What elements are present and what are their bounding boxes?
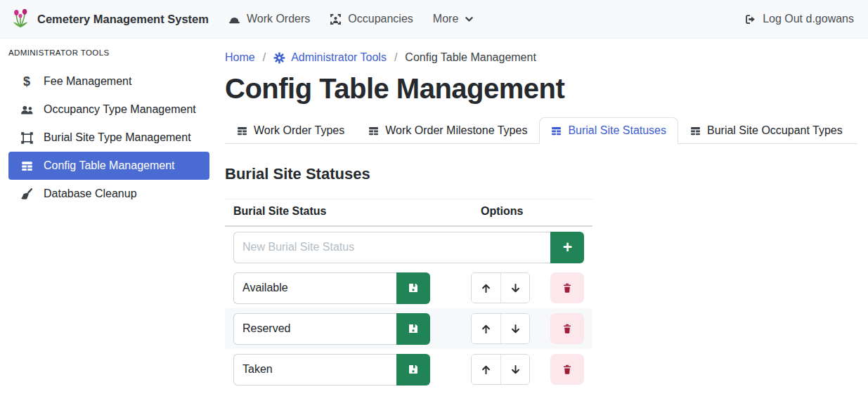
table-icon	[368, 126, 379, 136]
delete-status-button[interactable]	[550, 272, 584, 303]
tab-label: Work Order Milestone Types	[385, 124, 527, 137]
breadcrumb-separator: /	[263, 51, 266, 64]
column-header-options: Options	[439, 199, 592, 227]
config-tabs: Work Order Types Work Order Milestone Ty…	[225, 117, 857, 144]
save-icon	[408, 323, 419, 334]
nav-more-label: More	[433, 13, 458, 25]
move-up-button[interactable]	[472, 314, 500, 343]
tab-burial-site-occupant-types[interactable]: Burial Site Occupant Types	[678, 117, 855, 144]
nav-occupancies-label: Occupancies	[348, 13, 413, 25]
table-icon	[690, 126, 701, 136]
status-name-input[interactable]	[233, 272, 396, 304]
arrow-up-icon	[480, 282, 492, 294]
app-title: Cemetery Management System	[37, 13, 209, 26]
sidebar-item-burial-site-type-management[interactable]: Burial Site Type Management	[8, 124, 209, 152]
status-row-reserved	[225, 308, 592, 349]
gear-icon	[273, 52, 285, 64]
page-title: Config Table Management	[225, 73, 857, 105]
tulip-logo-icon	[10, 8, 31, 29]
reorder-button-group	[471, 354, 530, 385]
trash-icon	[562, 364, 573, 375]
new-status-row: +	[225, 226, 592, 268]
table-icon	[19, 160, 34, 172]
save-icon	[408, 364, 419, 375]
reorder-button-group	[471, 313, 530, 344]
save-icon	[408, 282, 419, 294]
tab-work-order-milestone-types[interactable]: Work Order Milestone Types	[356, 117, 539, 144]
primary-nav: Work Orders Occupancies More	[219, 7, 484, 31]
breadcrumb-current: Config Table Management	[405, 51, 536, 64]
status-row-taken	[225, 349, 592, 390]
sidebar-heading: Administrator Tools	[8, 48, 209, 57]
breadcrumb-admin-tools-link[interactable]: Administrator Tools	[273, 51, 387, 64]
move-down-button[interactable]	[500, 355, 529, 384]
table-icon	[237, 126, 247, 136]
breadcrumb-home-link[interactable]: Home	[225, 51, 255, 64]
logout-icon	[744, 13, 756, 25]
sidebar: Administrator Tools $ Fee Management Occ…	[0, 39, 218, 415]
sidebar-item-fee-management[interactable]: $ Fee Management	[8, 67, 209, 95]
nav-occupancies[interactable]: Occupancies	[320, 7, 423, 31]
occupancy-icon	[330, 13, 342, 25]
sidebar-item-label: Config Table Management	[44, 159, 175, 172]
chevron-down-icon	[465, 15, 474, 24]
column-header-burial-site-status: Burial Site Status	[225, 199, 439, 227]
status-name-input[interactable]	[233, 313, 396, 345]
tab-burial-site-statuses[interactable]: Burial Site Statuses	[539, 117, 678, 144]
sidebar-item-label: Burial Site Type Management	[44, 131, 191, 144]
table-icon	[551, 126, 562, 136]
logout-label: Log Out d.gowans	[763, 13, 854, 25]
tab-work-order-types[interactable]: Work Order Types	[225, 117, 356, 144]
move-down-button[interactable]	[500, 314, 529, 343]
breadcrumb: Home / Administrator Tools / Config Tabl…	[225, 51, 857, 64]
sidebar-item-label: Fee Management	[44, 75, 131, 88]
hard-hat-icon	[228, 13, 240, 25]
sidebar-item-config-table-management[interactable]: Config Table Management	[8, 152, 209, 180]
new-status-input[interactable]	[233, 232, 550, 263]
move-down-button[interactable]	[500, 273, 529, 303]
logout-button[interactable]: Log Out d.gowans	[744, 13, 854, 25]
arrow-up-icon	[480, 323, 492, 335]
delete-status-button[interactable]	[550, 354, 584, 385]
delete-status-button[interactable]	[550, 313, 584, 344]
status-row-available	[225, 268, 592, 308]
status-name-input[interactable]	[233, 354, 396, 386]
dollar-icon: $	[19, 75, 34, 88]
trash-icon	[562, 282, 573, 294]
save-status-button[interactable]	[396, 313, 430, 345]
breadcrumb-home-label: Home	[225, 51, 255, 64]
tab-label: Work Order Types	[254, 124, 344, 137]
arrow-down-icon	[510, 282, 522, 294]
breadcrumb-separator: /	[394, 51, 397, 64]
arrow-down-icon	[510, 364, 522, 376]
nav-work-orders-label: Work Orders	[247, 13, 310, 25]
section-heading: Burial Site Statuses	[225, 165, 857, 183]
nav-more-dropdown[interactable]: More	[423, 7, 484, 31]
add-status-button[interactable]: +	[550, 232, 584, 263]
move-up-button[interactable]	[472, 273, 500, 303]
tab-label: Burial Site Statuses	[568, 124, 666, 137]
nav-work-orders[interactable]: Work Orders	[219, 7, 320, 31]
breadcrumb-admin-tools-label: Administrator Tools	[291, 51, 387, 64]
sidebar-item-label: Occupancy Type Management	[44, 103, 196, 116]
burial-site-statuses-table: Burial Site Status Options +	[225, 199, 592, 390]
sidebar-item-occupancy-type-management[interactable]: Occupancy Type Management	[8, 95, 209, 124]
sidebar-item-label: Database Cleanup	[44, 187, 137, 200]
main-content: Home / Administrator Tools / Config Tabl…	[218, 39, 868, 415]
plus-icon: +	[563, 239, 572, 256]
trash-icon	[562, 323, 573, 334]
save-status-button[interactable]	[396, 354, 430, 386]
broom-icon	[19, 187, 34, 200]
save-status-button[interactable]	[396, 272, 430, 304]
sidebar-item-database-cleanup[interactable]: Database Cleanup	[8, 180, 209, 208]
app-brand[interactable]: Cemetery Management System	[10, 8, 209, 29]
arrow-up-icon	[480, 364, 492, 376]
tab-label: Burial Site Occupant Types	[707, 124, 843, 137]
move-up-button[interactable]	[472, 355, 500, 384]
top-navbar: Cemetery Management System Work Orders O…	[0, 0, 868, 39]
vector-square-icon	[19, 132, 34, 144]
arrow-down-icon	[510, 323, 522, 335]
users-icon	[19, 104, 34, 116]
reorder-button-group	[471, 272, 530, 303]
